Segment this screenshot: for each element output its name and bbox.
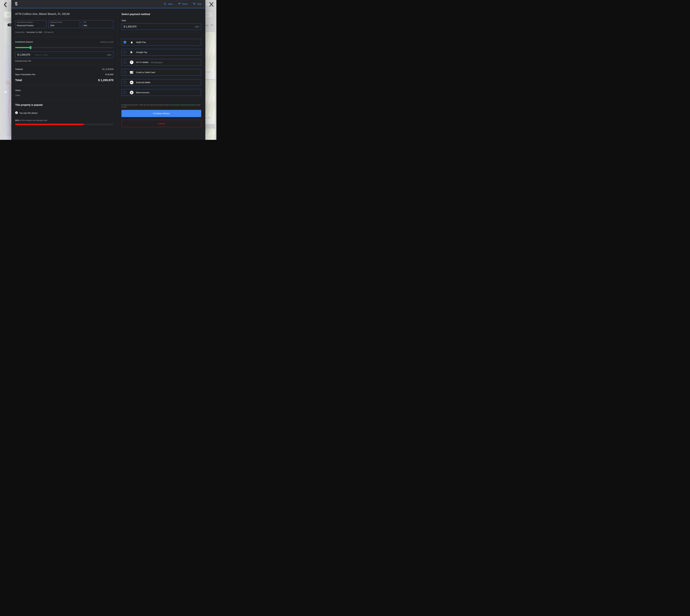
map-stevens-label: StevensInstitute oTechnolog xyxy=(6,81,10,85)
divider xyxy=(15,64,113,64)
sad-face-icon xyxy=(15,111,18,114)
property-card[interactable]: ♡ xyxy=(205,129,215,140)
property-card[interactable]: ♡ ld N/A xyxy=(205,80,215,124)
payment-total-label: Total xyxy=(122,19,201,22)
subscription-agreement-link[interactable]: Subscription Agreement xyxy=(172,104,186,106)
sort-dropdown-partial[interactable]: ow) xyxy=(205,24,216,26)
slider-fill xyxy=(15,47,30,48)
payment-option-card[interactable]: Credit or Debit Card xyxy=(122,69,201,76)
payment-option-apple-pay[interactable]: Apple Pay xyxy=(122,39,201,45)
sold-progress-fill xyxy=(15,124,84,125)
divider xyxy=(15,100,113,100)
payment-radio[interactable] xyxy=(124,51,126,53)
currency-label: USD xyxy=(107,53,111,56)
map-point-label: k Pointhouse xyxy=(4,104,7,107)
legal-text: By clicking “purchase shares”, I affirm … xyxy=(122,104,201,108)
favorite-heart-icon[interactable]: ♡ xyxy=(207,130,210,134)
legal-part: By clicking “purchase shares”, I affirm … xyxy=(122,104,172,106)
estimated-shares: Estimated shares: 500 xyxy=(15,60,113,62)
back-arrow-icon xyxy=(3,2,8,8)
favorite-heart-icon[interactable]: ♡ xyxy=(207,34,210,38)
map-f-label: F xyxy=(11,126,11,127)
map-show-button[interactable]: Show xyxy=(7,23,11,26)
payment-panel: Select payment method Total $ 1,200,970 … xyxy=(118,8,205,140)
payment-radio[interactable] xyxy=(124,61,126,64)
favorite-heart-icon[interactable]: ♡ xyxy=(207,81,210,86)
credit-card-icon xyxy=(130,71,133,74)
property-card[interactable]: ♡ ld N/A xyxy=(205,32,215,79)
views-value: 1046 xyxy=(15,94,113,96)
total-value: $ 1,200,970 xyxy=(98,79,113,82)
subtotal-row: Subtotal $ 1,170,970 xyxy=(15,68,113,70)
field-cliff: Cliff N/A xyxy=(82,20,113,28)
cancel-button[interactable]: Cancel xyxy=(122,120,201,127)
payment-total-input[interactable]: $ 1,200,970 USD xyxy=(122,23,201,30)
screen: NYYU RE Show on City THEERFRONT PYARD St… xyxy=(0,0,216,140)
property-card-yield: ld N/A xyxy=(205,115,215,124)
slider-thumb[interactable] xyxy=(30,46,32,49)
payment-radio[interactable] xyxy=(124,81,126,84)
hide-label: Hide xyxy=(197,3,202,5)
payment-option-label: External Wallet xyxy=(136,81,150,84)
total-label: Total xyxy=(15,79,22,82)
close-button[interactable] xyxy=(208,2,214,8)
map-background: Show on City THEERFRONT PYARD StevensIns… xyxy=(4,22,11,140)
days-left: 330 days left xyxy=(44,31,54,33)
save-label: Save xyxy=(168,3,173,5)
own-shares-text: You own 0% shares xyxy=(19,112,38,114)
total-row: Total $ 1,200,970 xyxy=(15,79,113,82)
nyyu-wallet-icon: NYYU xyxy=(130,61,133,64)
discount-badge: 5% Discount xyxy=(151,61,163,64)
share-button[interactable]: Share xyxy=(178,2,188,6)
closing-date-row: Closing Date December 12, 2023 330 days … xyxy=(15,31,113,33)
fee-label: Nyyu Transaction Fee xyxy=(15,73,35,75)
payment-option-bank-account[interactable]: Bank Account xyxy=(122,89,201,96)
heart-icon xyxy=(163,2,167,6)
payment-currency: USD xyxy=(194,25,199,28)
disclosures-link[interactable]: Disclosures xyxy=(189,104,196,106)
purchase-shares-button[interactable]: Purchase Shares xyxy=(122,110,201,117)
field-value: Reserved Fraction xyxy=(17,24,45,27)
ownership-row: You own 0% shares xyxy=(15,111,113,114)
payment-option-label: Bank Account xyxy=(136,91,149,94)
payment-option-external-wallet[interactable]: w External Wallet xyxy=(122,79,201,86)
fee-value: $ 30,000 xyxy=(105,73,113,75)
sold-progress-bar xyxy=(15,124,113,125)
payment-radio[interactable] xyxy=(124,91,126,94)
property-card-yield: ld N/A xyxy=(205,70,215,79)
field-value: 20% xyxy=(50,24,78,27)
close-icon xyxy=(209,2,214,7)
payment-option-nyyu-wallet[interactable]: NYYU NYYU Wallet 5% Discount xyxy=(122,59,201,66)
closing-date-value: December 12, 2023 xyxy=(27,31,42,33)
payment-options: Apple Pay Google Pay xyxy=(122,39,201,96)
background-right-strip: lima lters ow) ♡ ld N/A ♡ ld N/A ♡ xyxy=(205,0,216,140)
back-button[interactable] xyxy=(2,1,9,8)
save-button[interactable]: Save xyxy=(163,2,173,6)
filters-button-partial[interactable]: lters xyxy=(205,12,212,17)
payment-option-label: NYYU Wallet xyxy=(136,61,148,64)
payment-option-label: Credit or Debit Card xyxy=(136,71,155,74)
minimum-label: Minimum: 50 USD xyxy=(101,41,113,43)
reset-button-partial[interactable]: RE xyxy=(4,12,11,18)
field-share-delivery-schedule: Share Delivery Schedule Reserved Fractio… xyxy=(15,20,47,28)
map-city-label: on City xyxy=(4,45,9,48)
divider xyxy=(15,85,113,86)
hide-button[interactable]: Hide xyxy=(193,2,202,6)
field-label: Cliff xyxy=(84,21,112,23)
investment-amount-input[interactable]: $ 1,200,970 Type or slide USD xyxy=(15,51,113,58)
subtotal-value: $ 1,170,970 xyxy=(103,68,113,70)
apple-icon xyxy=(130,41,133,44)
payment-option-google-pay[interactable]: Google Pay xyxy=(122,49,201,56)
payment-radio[interactable] xyxy=(124,71,126,74)
share-icon xyxy=(178,2,181,6)
investment-slider[interactable] xyxy=(15,46,113,49)
popular-title: This property is popular xyxy=(15,104,113,106)
map-et-label: Et. xyxy=(4,103,5,104)
subtotal-label: Subtotal xyxy=(15,68,23,70)
background-left-strip: NYYU RE Show on City THEERFRONT PYARD St… xyxy=(0,0,11,140)
investment-amount-title: Investment amount xyxy=(15,41,33,43)
property-address: 4779 Collins Ave, Miami Beach, FL 33140 xyxy=(15,13,113,16)
payment-title: Select payment method xyxy=(122,13,201,16)
payment-radio[interactable] xyxy=(124,41,126,44)
modal-header: NYYU Save Share xyxy=(11,0,205,8)
